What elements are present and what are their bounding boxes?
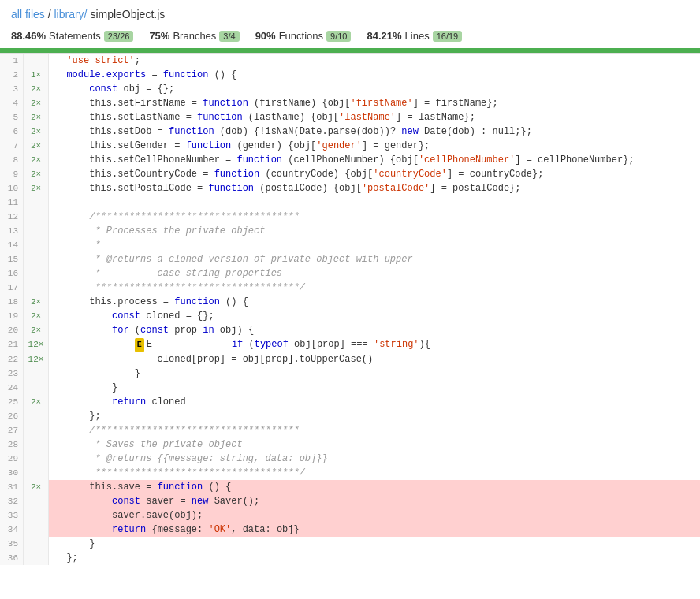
line-code-content — [49, 195, 700, 210]
code-line-6: 62× this.setDob = function (dob) {!isNaN… — [0, 125, 700, 139]
line-code-content: * — [49, 238, 700, 252]
code-line-9: 92× this.setCountryCode = function (coun… — [0, 167, 700, 181]
code-line-28: 28 * Saves the private object — [0, 437, 700, 452]
line-number: 16 — [0, 266, 24, 281]
code-line-12: 12 /************************************ — [0, 210, 700, 224]
code-line-30: 30 ************************************/ — [0, 466, 700, 480]
line-code-content: this.setDob = function (dob) {!isNaN(Dat… — [49, 125, 700, 139]
code-line-20: 202× for (const prop in obj) { — [0, 323, 700, 337]
code-line-35: 35 } — [0, 537, 700, 551]
line-code-content: 'use strict'; — [49, 54, 700, 68]
code-line-8: 82× this.setCellPhoneNumber = function (… — [0, 153, 700, 167]
line-number: 24 — [0, 381, 24, 395]
code-line-33: 33 saver.save(obj); — [0, 508, 700, 523]
line-code-content: cloned[prop] = obj[prop].toUpperCase() — [49, 352, 700, 366]
code-line-14: 14 * — [0, 238, 700, 252]
line-hit-count: 2× — [24, 125, 49, 139]
line-hit-count — [24, 238, 49, 252]
line-code-content: EE if (typeof obj[prop] === 'string'){ — [49, 337, 700, 352]
code-line-11: 11 — [0, 195, 700, 210]
code-line-29: 29 * @returns {{message: string, data: o… — [0, 452, 700, 466]
code-line-24: 24 } — [0, 381, 700, 395]
code-line-7: 72× this.setGender = function (gender) {… — [0, 139, 700, 153]
line-code-content: this.setGender = function (gender) {obj[… — [49, 139, 700, 153]
code-line-32: 32 const saver = new Saver(); — [0, 494, 700, 508]
line-code-content: this.setCellPhoneNumber = function (cell… — [49, 153, 700, 167]
line-hit-count — [24, 210, 49, 224]
all-files-link[interactable]: all files — [11, 8, 45, 20]
code-line-1: 1 'use strict'; — [0, 54, 700, 68]
line-number: 3 — [0, 82, 24, 96]
line-code-content: /************************************ — [49, 210, 700, 224]
code-line-19: 192× const cloned = {}; — [0, 309, 700, 323]
library-link[interactable]: library/ — [54, 8, 87, 20]
line-hit-count: 2× — [24, 323, 49, 337]
branch-badge: E — [135, 338, 144, 352]
line-code-content: * case string properties — [49, 266, 700, 281]
line-number: 19 — [0, 309, 24, 323]
code-line-18: 182× this.process = function () { — [0, 295, 700, 309]
line-hit-count — [24, 494, 49, 508]
line-hit-count: 2× — [24, 480, 49, 494]
line-number: 11 — [0, 195, 24, 210]
code-line-36: 36 }; — [0, 551, 700, 565]
code-line-26: 26 }; — [0, 409, 700, 423]
stat-label: Functions — [279, 30, 323, 42]
code-line-31: 312× this.save = function () { — [0, 480, 700, 494]
line-code-content: * @returns a cloned version of private o… — [49, 252, 700, 266]
line-number: 23 — [0, 366, 24, 381]
line-number: 21 — [0, 337, 24, 352]
line-number: 7 — [0, 139, 24, 153]
line-code-content: * Processes the private object — [49, 224, 700, 238]
line-hit-count — [24, 54, 49, 68]
line-hit-count — [24, 366, 49, 381]
code-line-16: 16 * case string properties — [0, 266, 700, 281]
line-hit-count — [24, 195, 49, 210]
line-code-content: return cloned — [49, 395, 700, 409]
line-code-content: this.save = function () { — [49, 480, 700, 494]
line-code-content: ************************************/ — [49, 281, 700, 295]
line-number: 9 — [0, 167, 24, 181]
code-line-10: 102× this.setPostalCode = function (post… — [0, 181, 700, 195]
line-code-content: /************************************ — [49, 423, 700, 437]
line-hit-count — [24, 281, 49, 295]
line-number: 22 — [0, 352, 24, 366]
code-line-13: 13 * Processes the private object — [0, 224, 700, 238]
line-number: 1 — [0, 54, 24, 68]
line-hit-count: 2× — [24, 82, 49, 96]
stat-badge: 23/26 — [104, 31, 134, 42]
stat-item-statements: 88.46% Statements 23/26 — [11, 30, 133, 42]
line-code-content: return {message: 'OK', data: obj} — [49, 523, 700, 537]
line-hit-count — [24, 224, 49, 238]
line-code-content: * @returns {{message: string, data: obj}… — [49, 452, 700, 466]
code-line-15: 15 * @returns a cloned version of privat… — [0, 252, 700, 266]
line-hit-count: 2× — [24, 110, 49, 125]
stat-label: Branches — [173, 30, 216, 42]
line-hit-count — [24, 551, 49, 565]
line-hit-count: 2× — [24, 295, 49, 309]
stat-percent: 75% — [149, 30, 169, 42]
stat-percent: 90% — [255, 30, 276, 42]
line-hit-count: 2× — [24, 96, 49, 110]
line-code-content: } — [49, 366, 700, 381]
line-code-content: const cloned = {}; — [49, 309, 700, 323]
line-hit-count — [24, 452, 49, 466]
line-number: 30 — [0, 466, 24, 480]
code-line-17: 17 ************************************/ — [0, 281, 700, 295]
line-code-content: const obj = {}; — [49, 82, 700, 96]
line-hit-count — [24, 266, 49, 281]
line-hit-count — [24, 381, 49, 395]
line-hit-count — [24, 409, 49, 423]
line-number: 17 — [0, 281, 24, 295]
stat-badge: 9/10 — [326, 31, 351, 42]
line-code-content: this.process = function () { — [49, 295, 700, 309]
line-code-content: this.setPostalCode = function (postalCod… — [49, 181, 700, 195]
line-number: 10 — [0, 181, 24, 195]
line-number: 20 — [0, 323, 24, 337]
line-hit-count — [24, 437, 49, 452]
line-number: 18 — [0, 295, 24, 309]
line-hit-count — [24, 508, 49, 523]
line-number: 33 — [0, 508, 24, 523]
line-code-content: const saver = new Saver(); — [49, 494, 700, 508]
code-line-23: 23 } — [0, 366, 700, 381]
